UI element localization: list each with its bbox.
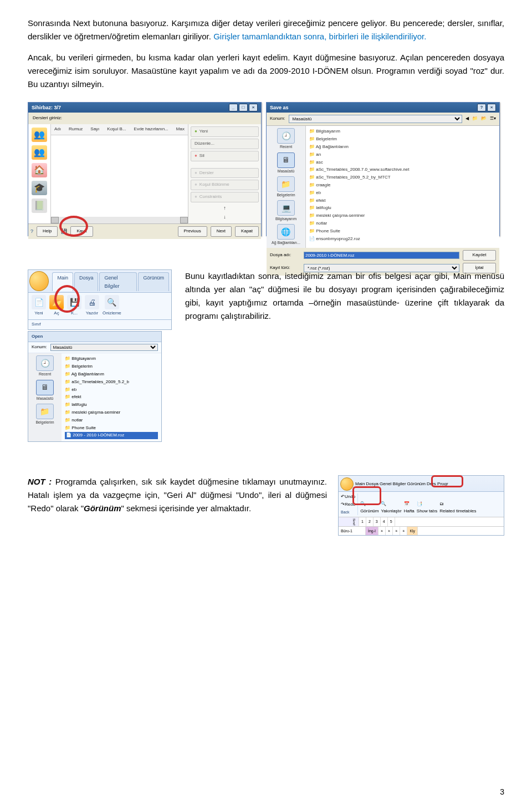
ritem-gorunum[interactable]: 🔍Görünüm bbox=[360, 501, 378, 515]
close-button[interactable]: Kapat bbox=[235, 226, 259, 237]
file-item[interactable]: Ağ Bağlantılarım bbox=[309, 144, 496, 151]
file-item[interactable]: Phone Suite bbox=[309, 228, 496, 235]
minimize-icon[interactable]: _ bbox=[229, 104, 238, 111]
people-icon[interactable] bbox=[32, 128, 47, 142]
split-button[interactable]: Koşul Bölünme bbox=[191, 180, 259, 190]
edit-button[interactable]: Düzenle... bbox=[191, 139, 259, 149]
close-icon[interactable]: × bbox=[249, 104, 258, 111]
arrow-down-icon[interactable]: ↓ bbox=[223, 213, 226, 221]
filename-input[interactable] bbox=[304, 252, 459, 259]
col-rumuz[interactable]: Rumuz bbox=[69, 126, 83, 133]
maximize-icon[interactable]: □ bbox=[239, 104, 248, 111]
file-item[interactable]: ensonbmyoprog22.roz bbox=[309, 236, 496, 243]
saveas-save-button[interactable]: Kaydet bbox=[463, 250, 496, 261]
view-icon[interactable]: ☰▾ bbox=[490, 115, 496, 123]
place-recent[interactable]: 🕘Recent bbox=[277, 128, 295, 150]
tab-genel[interactable]: Genel Bilgiler bbox=[99, 272, 137, 291]
file-item[interactable]: an bbox=[309, 151, 496, 159]
tab-gorunum[interactable]: Görünüm bbox=[138, 272, 169, 291]
constraints-button[interactable]: Constraints bbox=[191, 192, 259, 202]
office-orb-small-icon[interactable] bbox=[340, 477, 354, 491]
open-item[interactable]: eb bbox=[65, 386, 158, 394]
newfolder-icon[interactable]: 📂 bbox=[481, 115, 487, 123]
file-item[interactable]: efekt bbox=[309, 197, 496, 205]
open-item[interactable]: Ağ Bağlantılarım bbox=[65, 371, 158, 378]
col-sayi[interactable]: Sayı bbox=[90, 126, 99, 133]
place-computer[interactable]: 💻Bilgisayarım bbox=[275, 200, 296, 222]
tt-ing[interactable]: İng-I bbox=[366, 527, 378, 535]
file-item[interactable]: aSc_Timetables_2009_5.2_by_MTCT bbox=[309, 174, 496, 181]
place-network[interactable]: 🌐Ağ Bağlantıları... bbox=[272, 224, 300, 246]
col-evde[interactable]: Evde hazırlanın... bbox=[134, 126, 168, 133]
people2-icon[interactable] bbox=[32, 145, 47, 160]
tab2-dosya[interactable]: Dosya bbox=[366, 481, 378, 488]
close-icon[interactable]: × bbox=[487, 104, 496, 111]
ritem-zoom[interactable]: 🔍Yakınlaştır bbox=[381, 501, 401, 515]
file-item[interactable]: eb bbox=[309, 190, 496, 197]
open-file-list[interactable]: BilgisayarımBelgelerimAğ BağlantılarımaS… bbox=[62, 353, 161, 441]
back-icon[interactable]: ◀ bbox=[466, 115, 469, 123]
open-item[interactable]: Bilgisayarım bbox=[65, 355, 158, 363]
help-icon[interactable]: ? bbox=[477, 104, 486, 111]
save-icon[interactable]: 💾 bbox=[61, 227, 67, 235]
undo-button[interactable]: ↶Undo bbox=[341, 493, 355, 501]
save-button[interactable]: Kayıt bbox=[70, 226, 93, 237]
lessons-button[interactable]: Dersler bbox=[191, 168, 259, 179]
help-button[interactable]: Help bbox=[37, 226, 58, 237]
office-orb-icon[interactable] bbox=[29, 271, 49, 291]
delete-button[interactable]: Sil bbox=[191, 151, 259, 161]
open-item[interactable]: 📄 2009 - 2010 I-DÖNEM.roz bbox=[65, 432, 158, 439]
tab2-genel[interactable]: Genel Bilgiler bbox=[380, 481, 406, 488]
file-item[interactable]: craagle bbox=[309, 182, 496, 189]
col-max[interactable]: Max bbox=[176, 126, 185, 133]
h-scrollbar[interactable] bbox=[51, 217, 188, 223]
redo-button[interactable]: ↷Redo bbox=[341, 501, 355, 508]
new-button[interactable]: Yeni bbox=[191, 126, 259, 137]
ribbon-item-önizleme[interactable]: 🔍Önizleme bbox=[103, 295, 121, 317]
ritem-showtabs[interactable]: 📑Show tabs bbox=[417, 501, 437, 515]
place-desktop[interactable]: 🖥Masaüstü bbox=[277, 152, 295, 174]
open-place-documents[interactable]: 📁Belgelerim bbox=[35, 404, 54, 425]
ribbon-item-yazdır[interactable]: 🖨Yazdır bbox=[85, 295, 99, 317]
open-item[interactable]: Belgelerim bbox=[65, 363, 158, 370]
tab2-dersprogr[interactable]: Ders Progr bbox=[427, 481, 448, 488]
file-list[interactable]: BilgisayarımBelgelerimAğ Bağlantılarıman… bbox=[306, 126, 499, 248]
open-place-desktop[interactable]: 🖥Masaüstü bbox=[36, 380, 54, 401]
ribbon-item-yeni[interactable]: 📄Yeni bbox=[32, 295, 46, 317]
tab2-gorunum[interactable]: Görünüm bbox=[407, 481, 426, 488]
arrow-up-icon[interactable]: ↑ bbox=[223, 204, 226, 212]
house-icon[interactable] bbox=[32, 163, 47, 177]
file-item[interactable]: aSc_Timetables_2008.7.0_www.softarchive.… bbox=[309, 166, 496, 174]
open-place-recent[interactable]: 🕘Recent bbox=[36, 355, 54, 377]
place-documents[interactable]: 📁Belgelerim bbox=[277, 176, 295, 198]
ribbon-item-k...[interactable]: 💾K... bbox=[67, 295, 81, 317]
tt-kly[interactable]: Kly bbox=[407, 527, 418, 535]
tab-main[interactable]: Main bbox=[52, 272, 73, 291]
ritem-related[interactable]: 🗂Related timetables bbox=[439, 501, 476, 515]
help-icon[interactable]: ? bbox=[30, 227, 33, 235]
file-item[interactable]: Bilgisayarım bbox=[309, 128, 496, 135]
tab2-main[interactable]: Main bbox=[355, 481, 365, 488]
ribbon-item-aç[interactable]: 📂Aç bbox=[49, 295, 64, 317]
open-item[interactable]: Phone Suite bbox=[65, 425, 158, 432]
graduate-icon[interactable] bbox=[32, 181, 47, 195]
col-kosul[interactable]: Koşul B... bbox=[107, 126, 126, 133]
file-item[interactable]: asc bbox=[309, 159, 496, 166]
file-item[interactable]: mesleki çalışma-seminer bbox=[309, 212, 496, 220]
file-item[interactable]: notlar bbox=[309, 220, 496, 227]
open-item[interactable]: mesleki çalışma-seminer bbox=[65, 409, 158, 416]
next-button[interactable]: Next bbox=[211, 226, 232, 237]
location-select[interactable]: Masaüstü bbox=[289, 115, 462, 123]
open-item[interactable]: efekt bbox=[65, 394, 158, 401]
tab-dosya[interactable]: Dosya bbox=[74, 272, 99, 291]
book-icon[interactable] bbox=[32, 199, 47, 213]
ritem-hafta[interactable]: 📅Hafta bbox=[404, 501, 415, 515]
open-item[interactable]: aSc_Timetables_2009_5.2_b bbox=[65, 379, 158, 386]
file-item[interactable]: Belgelerim bbox=[309, 136, 496, 143]
up-icon[interactable]: 📁 bbox=[472, 115, 478, 123]
open-item[interactable]: latifoglu bbox=[65, 401, 158, 409]
open-item[interactable]: notlar bbox=[65, 417, 158, 424]
col-adi[interactable]: Adı bbox=[54, 126, 61, 133]
open-location-select[interactable]: Masaüstü bbox=[50, 344, 158, 351]
previous-button[interactable]: Previous bbox=[178, 226, 207, 237]
